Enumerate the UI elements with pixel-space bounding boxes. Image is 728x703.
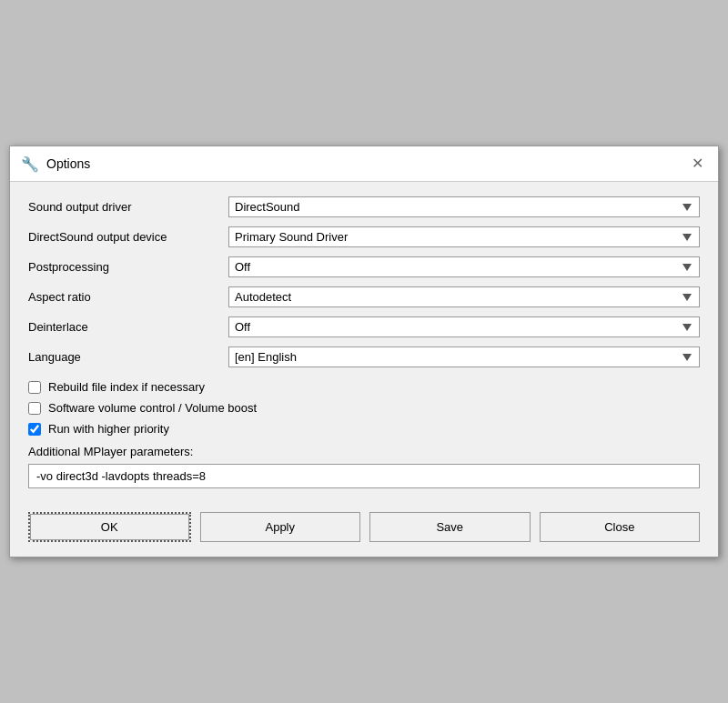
directsound-output-device-select[interactable]: Primary Sound Driver: [228, 226, 700, 247]
deinterlace-select[interactable]: Off On: [228, 316, 700, 337]
postprocessing-control: Off Low Medium High: [228, 256, 700, 277]
language-label: Language: [28, 350, 228, 364]
deinterlace-row: Deinterlace Off On: [28, 316, 700, 337]
title-bar: 🔧 Options ✕: [10, 146, 718, 182]
rebuild-file-index-label: Rebuild file index if necessary: [48, 380, 205, 394]
directsound-output-device-label: DirectSound output device: [28, 230, 228, 244]
additional-params-input[interactable]: [28, 464, 700, 488]
language-row: Language [en] English [de] German [fr] F…: [28, 346, 700, 367]
deinterlace-label: Deinterlace: [28, 320, 228, 334]
content-area: Sound output driver DirectSound WaveOut …: [10, 182, 718, 503]
button-row: OK Apply Save Close: [10, 503, 718, 557]
sound-output-driver-row: Sound output driver DirectSound WaveOut …: [28, 196, 700, 217]
deinterlace-control: Off On: [228, 316, 700, 337]
directsound-output-device-row: DirectSound output device Primary Sound …: [28, 226, 700, 247]
sound-output-driver-label: Sound output driver: [28, 200, 228, 214]
close-button[interactable]: Close: [540, 512, 701, 542]
directsound-output-device-control: Primary Sound Driver: [228, 226, 700, 247]
dialog-title: Options: [46, 156, 90, 171]
sound-output-driver-control: DirectSound WaveOut Null: [228, 196, 700, 217]
software-volume-label: Software volume control / Volume boost: [48, 401, 257, 415]
additional-params-label: Additional MPlayer parameters:: [28, 445, 700, 458]
postprocessing-select[interactable]: Off Low Medium High: [228, 256, 700, 277]
postprocessing-label: Postprocessing: [28, 260, 228, 274]
software-volume-row: Software volume control / Volume boost: [28, 401, 700, 415]
close-window-button[interactable]: ✕: [687, 154, 707, 174]
run-higher-priority-checkbox[interactable]: [28, 423, 41, 436]
aspect-ratio-select[interactable]: Autodetect 4:3 16:9 16:10: [228, 286, 700, 307]
rebuild-file-index-row: Rebuild file index if necessary: [28, 380, 700, 394]
language-select[interactable]: [en] English [de] German [fr] French: [228, 346, 700, 367]
aspect-ratio-control: Autodetect 4:3 16:9 16:10: [228, 286, 700, 307]
rebuild-file-index-checkbox[interactable]: [28, 381, 41, 394]
ok-button[interactable]: OK: [28, 512, 191, 542]
postprocessing-row: Postprocessing Off Low Medium High: [28, 256, 700, 277]
save-button[interactable]: Save: [369, 512, 531, 542]
aspect-ratio-row: Aspect ratio Autodetect 4:3 16:9 16:10: [28, 286, 700, 307]
run-higher-priority-label: Run with higher priority: [48, 422, 169, 436]
options-dialog: 🔧 Options ✕ Sound output driver DirectSo…: [9, 146, 719, 557]
aspect-ratio-label: Aspect ratio: [28, 290, 228, 304]
run-higher-priority-row: Run with higher priority: [28, 422, 700, 436]
title-bar-left: 🔧 Options: [21, 156, 90, 173]
sound-output-driver-select[interactable]: DirectSound WaveOut Null: [228, 196, 700, 217]
software-volume-checkbox[interactable]: [28, 402, 41, 415]
wrench-icon: 🔧: [21, 156, 39, 173]
language-control: [en] English [de] German [fr] French: [228, 346, 700, 367]
apply-button[interactable]: Apply: [200, 512, 361, 542]
